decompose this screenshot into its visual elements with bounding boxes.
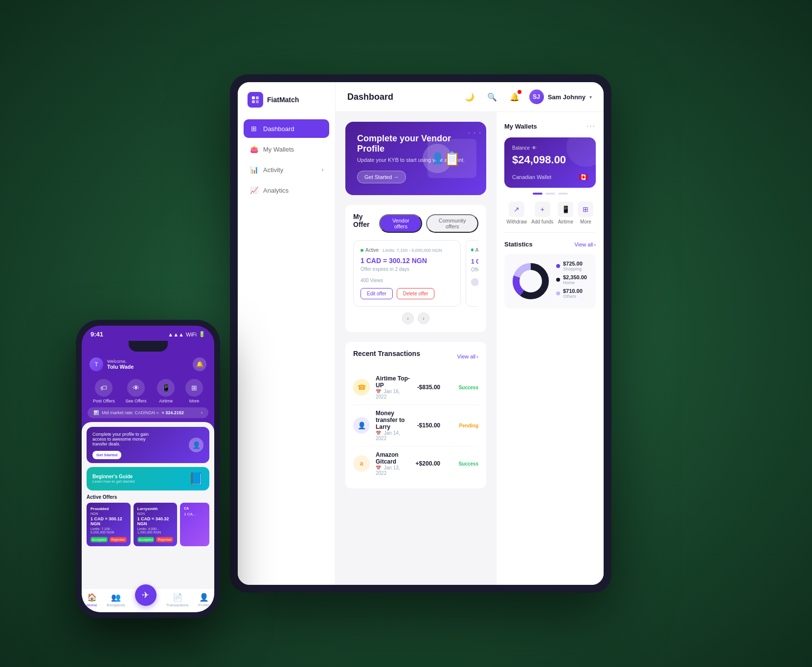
edit-offer-button[interactable]: Edit offer xyxy=(361,288,393,299)
offer-main-card: Active Limits: 7,100 - 6,000,000 NGN 1 C… xyxy=(353,240,461,307)
wallets-menu-button[interactable]: ··· xyxy=(586,122,596,131)
phone-offer-limit-2: Limits: 4,000 - 1,000,000 NGN xyxy=(137,527,174,534)
sidebar-item-analytics[interactable]: 📈 Analytics xyxy=(244,181,329,200)
amazon-tx-amount: +$200.00 xyxy=(416,460,440,467)
wallet-card: Balance 👁 $24,098.00 Canadian Wallet 🇨🇦 xyxy=(504,137,596,188)
phone-active-offers-title: Active Offers xyxy=(87,494,209,500)
sidebar-item-dashboard[interactable]: ⊞ Dashboard xyxy=(244,119,329,138)
phone-nav-center-button[interactable]: ✈ xyxy=(135,584,157,606)
phone-nav-home[interactable]: 🏠 Home xyxy=(87,593,97,607)
recipients-nav-label: Recipients xyxy=(107,603,125,607)
phone-quick-actions: 🏷 Post Offers 👁 See Offers 📱 Airtime ⊞ M… xyxy=(82,375,214,407)
tablet-screen: FiatMatch ⊞ Dashboard 👛 My Wallets 📊 Act… xyxy=(238,82,604,585)
phone-action-post-offers[interactable]: 🏷 Post Offers xyxy=(93,379,115,403)
divider xyxy=(504,232,596,233)
vendor-offers-tab[interactable]: Vendor offers xyxy=(379,214,422,233)
phone-offer-accept-1[interactable]: Accepted xyxy=(90,537,108,542)
signal-icon: ▲▲▲ xyxy=(168,332,184,337)
banner-get-started-button[interactable]: Get Started → xyxy=(357,171,406,183)
activity-icon: 📊 xyxy=(249,165,258,174)
phone-guide-subtitle: Learn how to get started xyxy=(92,479,135,484)
offer-status-text: Active xyxy=(365,247,379,253)
delete-offer-button[interactable]: Delete offer xyxy=(397,288,435,299)
my-offer-section: My Offer Vendor offers Community offers xyxy=(345,205,486,332)
phone-nav-transactions[interactable]: 📄 Transactions xyxy=(166,593,189,607)
tablet-device: FiatMatch ⊞ Dashboard 👛 My Wallets 📊 Act… xyxy=(230,74,611,593)
amazon-calendar-icon: 📅 xyxy=(376,466,381,470)
user-profile[interactable]: SJ Sam Johnny ▾ xyxy=(529,89,592,104)
phone-welcome-text: Welcome, xyxy=(107,359,134,364)
app-logo-icon xyxy=(248,92,263,108)
airtime-tx-amount: -$835.00 xyxy=(417,384,440,391)
offer-scroll-card-1: Active Limits: 7,100 - 6,000,000 NGN 1 C… xyxy=(466,240,478,307)
transactions-section: Recent Transactions View all › ☎ Airtime… xyxy=(345,342,486,489)
svg-rect-1 xyxy=(256,96,259,99)
phone-action-airtime[interactable]: 📱 Airtime xyxy=(157,379,175,403)
notification-button[interactable]: 🔔 xyxy=(507,89,522,105)
phone-guide-card[interactable]: Beginner's Guide Learn how to get starte… xyxy=(87,467,209,490)
content-right: My Wallets ··· Balance 👁 $24,098.00 Cana… xyxy=(496,112,604,585)
phone-nav-recipients[interactable]: 👥 Recipients xyxy=(107,593,125,607)
offer-prev-button[interactable]: ‹ xyxy=(402,312,414,324)
user-chevron-icon: ▾ xyxy=(589,94,592,100)
offer-scroll-cards: Active Limits: 7,100 - 6,000,000 NGN 1 C… xyxy=(466,240,478,307)
phone-offer-card-3: CA 1 CA... xyxy=(180,503,209,546)
airtime-tx-status: Success xyxy=(454,385,478,390)
phone-notification-button[interactable]: 🔔 xyxy=(193,357,206,371)
transfer-tx-date: 📅 Jan 14, 2022 xyxy=(376,430,411,441)
sidebar-item-wallets[interactable]: 👛 My Wallets xyxy=(244,140,329,158)
phone-status-bar: 9:41 ▲▲▲ WiFi 🔋 xyxy=(82,326,214,341)
community-offers-tab[interactable]: Community offers xyxy=(426,214,478,233)
ticker-icon: 📊 xyxy=(93,410,99,415)
phone-offer-currency-1: NGN xyxy=(90,512,127,515)
phone-offer-reject-1[interactable]: Rejected xyxy=(110,537,127,542)
vendor-profile-banner: Complete your Vendor Profile Update your… xyxy=(345,122,486,195)
phone-offer-rate-2: 1 CAD = 340.32 NGN xyxy=(137,516,174,526)
wallets-title: My Wallets xyxy=(504,123,537,130)
offer-next-button[interactable]: › xyxy=(418,312,429,324)
statistics-view-all[interactable]: View all › xyxy=(575,242,596,247)
phone-avatar: T xyxy=(90,357,103,371)
table-row: 👤 Money transfer to Larry 📅 Jan 14, 2022… xyxy=(353,405,478,446)
sidebar-item-activity[interactable]: 📊 Activity › xyxy=(244,160,329,179)
phone-banner-button[interactable]: Get Started xyxy=(92,451,121,459)
send-nav-icon: ✈ xyxy=(142,590,149,600)
wallet-airtime-icon: 📱 xyxy=(558,201,573,217)
wallet-more-action[interactable]: ⊞ More xyxy=(578,201,593,224)
ticker-value: ≈ 324.2152 xyxy=(162,410,184,415)
eye-icon: 👁 xyxy=(532,145,537,151)
phone-offer-reject-2[interactable]: Rejected xyxy=(156,537,173,542)
ticker-arrow: › xyxy=(201,410,203,415)
phone-guide-title: Beginner's Guide xyxy=(92,474,135,479)
wallet-slider-dots xyxy=(504,193,596,195)
banner-decoration-dots: · · · xyxy=(468,127,481,138)
wallets-icon: 👛 xyxy=(249,145,258,154)
phone-offer-accept-2[interactable]: Accepted xyxy=(137,537,155,542)
wallet-withdraw-action[interactable]: ↗ Withdraw xyxy=(507,201,527,224)
top-bar: Dashboard 🌙 🔍 🔔 SJ xyxy=(336,82,604,112)
phone-action-more[interactable]: ⊞ More xyxy=(185,379,203,403)
others-label: Others xyxy=(563,294,589,299)
dashboard-icon: ⊞ xyxy=(249,124,258,133)
phone-action-see-offers[interactable]: 👁 See Offers xyxy=(126,379,147,403)
statistics-legend: $725.00 Shopping $2,350.00 Home xyxy=(556,261,589,302)
home-legend-dot xyxy=(556,278,560,282)
wallets-header: My Wallets ··· xyxy=(504,122,596,131)
phone-nav-profile[interactable]: 👤 Profile xyxy=(198,593,209,607)
phone-offer-btns-1: Accepted Rejected xyxy=(90,537,127,542)
post-offers-icon: 🏷 xyxy=(95,379,113,397)
activity-chevron-icon: › xyxy=(322,167,323,173)
wallet-add-funds-action[interactable]: + Add funds xyxy=(531,201,553,224)
transactions-view-all[interactable]: View all › xyxy=(457,354,478,359)
phone-offer-user-2: Lorrysmith xyxy=(137,507,174,511)
transactions-view-all-arrow: › xyxy=(476,354,478,359)
sidebar-nav: ⊞ Dashboard 👛 My Wallets 📊 Activity › 📈 … xyxy=(238,119,335,575)
scroll-card-1-expires: Offer expires in 2 days xyxy=(471,267,478,272)
offer-tabs: Vendor offers Community offers xyxy=(379,214,478,233)
wallet-airtime-action[interactable]: 📱 Airtime xyxy=(558,201,573,224)
home-label: Home xyxy=(563,280,589,285)
moon-button[interactable]: 🌙 xyxy=(462,89,477,105)
svg-rect-0 xyxy=(252,96,255,99)
statistics-view-all-text: View all xyxy=(575,242,593,247)
search-button[interactable]: 🔍 xyxy=(484,89,500,105)
